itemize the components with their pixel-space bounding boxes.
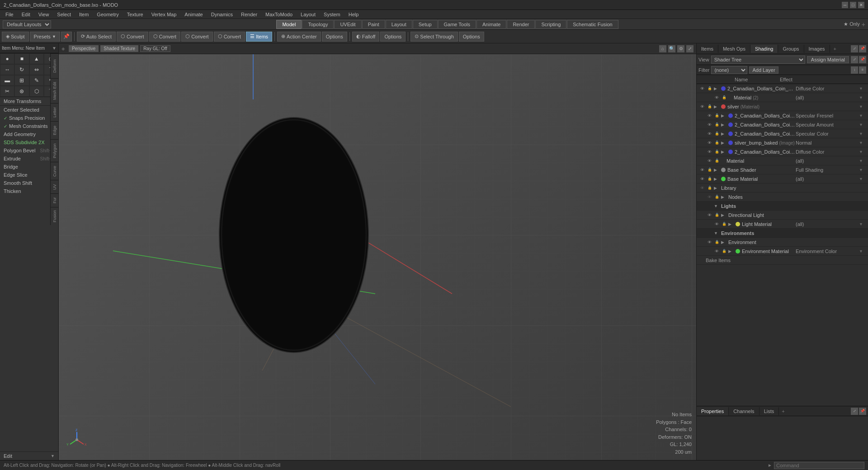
convert-button-4[interactable]: ⬡ Convert — [214, 32, 245, 42]
lock-icon-0[interactable]: 🔒 — [707, 85, 713, 92]
options-button-3[interactable]: Options — [459, 32, 484, 42]
vtab-curve[interactable]: Curve — [51, 162, 59, 180]
menu-render[interactable]: Render — [237, 11, 261, 18]
expand-nodes[interactable]: ▶ — [721, 195, 726, 199]
vis-icon-10[interactable]: 👁 — [698, 175, 706, 183]
prop-tab-lists[interactable]: Lists — [760, 407, 779, 415]
expand-dirlight[interactable]: ▶ — [721, 213, 726, 217]
vtab-fusion[interactable]: Fusion — [51, 207, 59, 225]
tool-icon-pen[interactable]: ✎ — [29, 75, 44, 86]
mode-tab-setup[interactable]: Setup — [413, 20, 438, 29]
tool-icon-knife[interactable]: ✂ — [0, 86, 14, 97]
viewport[interactable]: ◈ Perspective Shaded Texture Ray GL: Off… — [59, 43, 696, 460]
add-tab-button[interactable]: + — [831, 45, 839, 53]
bake-items-row[interactable]: Bake Items — [697, 256, 868, 265]
shaded-texture-button[interactable]: Shaded Texture — [100, 45, 138, 52]
tool-icon-loop[interactable]: ⊞ — [14, 75, 29, 86]
add-layer-button[interactable]: Add Layer — [749, 66, 778, 74]
vis-icon-environment[interactable]: 👁 — [706, 239, 713, 246]
assign-material-button[interactable]: Assign Material — [807, 56, 849, 63]
mode-tab-layout[interactable]: Layout — [386, 20, 412, 29]
expand-env[interactable]: ▼ — [714, 231, 719, 235]
shader-section-lights[interactable]: ▼ Lights — [697, 202, 868, 211]
shader-item-3[interactable]: 👁 🔒 ▶ 2_Canadian_Dollars_Coin_Fresnel (I… — [697, 111, 868, 120]
command-input[interactable] — [774, 462, 864, 469]
item-menu-lm[interactable]: ▼ — [859, 222, 866, 226]
item-menu-1[interactable]: ▼ — [859, 95, 866, 100]
lock-icon-10[interactable]: 🔒 — [707, 176, 713, 182]
window-controls[interactable]: ─ □ ✕ — [842, 2, 864, 8]
lock-icon-8[interactable]: 🔒 — [714, 158, 720, 164]
lock-icon-dirlight[interactable]: 🔒 — [714, 212, 720, 218]
edge-slice-btn[interactable]: Edge Slice — [0, 171, 58, 179]
vis-icon-dirlight[interactable]: 👁 — [706, 212, 713, 219]
scene-canvas[interactable]: No Items Polygons : Face Channels: 0 Def… — [59, 54, 696, 460]
tool-icon-sphere[interactable]: ● — [0, 53, 14, 64]
vtab-fur[interactable]: Fur — [51, 193, 59, 207]
pin-button[interactable]: 📌 — [61, 32, 72, 42]
lock-icon-5[interactable]: 🔒 — [714, 131, 720, 137]
vis-icon-lib[interactable]: 👁 — [698, 184, 706, 192]
panel-pin-icon[interactable]: 📌 — [859, 45, 866, 52]
viewport-settings-icon[interactable]: ⚙ — [677, 45, 684, 52]
prop-add-tab[interactable]: + — [779, 407, 787, 415]
falloff-button[interactable]: ◐ Falloff — [352, 32, 380, 42]
filter-settings-icon[interactable]: ≡ — [859, 66, 866, 74]
item-menu-chevron[interactable]: ▼ — [52, 46, 57, 51]
menu-help[interactable]: Help — [345, 11, 363, 18]
items-button[interactable]: ☰ Items — [246, 32, 272, 42]
menu-edit[interactable]: Edit — [18, 11, 34, 18]
mode-tab-topology[interactable]: Topology — [302, 20, 334, 29]
shader-item-2[interactable]: 👁 🔒 ▶ silver (Material) ▼ — [697, 102, 868, 111]
vtab-edge[interactable]: Edge — [51, 121, 59, 139]
presets-button[interactable]: Presets ▼ — [30, 32, 60, 42]
item-menu-6[interactable]: ▼ — [859, 141, 866, 145]
expand-4[interactable]: ▶ — [721, 122, 726, 127]
menu-file[interactable]: File — [2, 11, 17, 18]
shader-item-6[interactable]: 👁 🔒 ▶ silver_bump_baked (Image) Normal ▼ — [697, 138, 868, 147]
tool-icon-box[interactable]: ■ — [14, 53, 29, 64]
lock-icon-environment[interactable]: 🔒 — [714, 239, 720, 245]
shader-item-9[interactable]: 👁 🔒 ▶ Base Shader Full Shading ▼ — [697, 165, 868, 174]
menu-texture[interactable]: Texture — [123, 11, 147, 18]
mode-tab-model[interactable]: Model — [276, 20, 302, 29]
auto-select-button[interactable]: ⟳ Auto Select — [77, 32, 116, 42]
expand-lib[interactable]: ▶ — [714, 186, 719, 190]
raygl-button[interactable]: Ray GL: Off — [140, 45, 170, 52]
vis-icon-7[interactable]: 👁 — [706, 148, 713, 155]
polygon-bevel-btn[interactable]: Polygon Bevel Shift+B — [0, 146, 58, 155]
shader-item-4[interactable]: 👁 🔒 ▶ 2_Canadian_Dollars_Coin_Silver_Ref… — [697, 120, 868, 129]
menu-layout[interactable]: Layout — [297, 11, 319, 18]
expand-lights[interactable]: ▼ — [714, 204, 719, 208]
vis-icon-0[interactable]: 👁 — [698, 85, 706, 92]
tool-icon-rotate[interactable]: ↻ — [14, 64, 29, 75]
vis-icon-3[interactable]: 👁 — [706, 112, 713, 119]
mode-tab-uvedit[interactable]: UVEdit — [334, 20, 361, 29]
props-expand-icon[interactable]: ⤢ — [851, 408, 858, 415]
menu-view[interactable]: View — [35, 11, 53, 18]
item-menu-3[interactable]: ▼ — [859, 113, 866, 118]
vis-icon-nodes[interactable]: 👁 — [706, 193, 713, 201]
item-menu-5[interactable]: ▼ — [859, 132, 866, 136]
item-menu-em[interactable]: ▼ — [859, 249, 866, 254]
item-menu-10[interactable]: ▼ — [859, 177, 866, 181]
vis-icon-envmat[interactable]: 👁 — [713, 248, 720, 255]
shader-item-library[interactable]: 👁 🔒 ▶ Library — [697, 183, 868, 193]
status-arrow[interactable]: ► — [768, 463, 772, 468]
viewport-zoom-icon[interactable]: 🔍 — [668, 45, 675, 52]
tab-shading[interactable]: Shading — [750, 45, 778, 53]
viewport-maximize-icon[interactable]: ⤢ — [686, 45, 693, 52]
shader-item-lightmat[interactable]: 👁 🔒 ▶ Light Material (all) ▼ — [697, 220, 868, 229]
smooth-shift-btn[interactable]: Smooth Shift — [0, 179, 58, 187]
right-expand-icon[interactable]: ⤢ — [851, 56, 858, 63]
close-button[interactable]: ✕ — [858, 2, 864, 8]
right-pin-icon[interactable]: 📌 — [859, 56, 866, 63]
vtab-deform[interactable]: Deform — [51, 53, 59, 78]
expand-3[interactable]: ▶ — [721, 113, 726, 118]
convert-button-2[interactable]: ⬡ Convert — [149, 32, 181, 42]
convert-button-1[interactable]: ⬡ Convert — [117, 32, 148, 42]
item-menu-8[interactable]: ▼ — [859, 159, 866, 163]
lock-icon-lightmat[interactable]: 🔒 — [721, 221, 727, 227]
menu-dynamics[interactable]: Dynamics — [208, 11, 236, 18]
convert-button-3[interactable]: ⬡ Convert — [181, 32, 213, 42]
